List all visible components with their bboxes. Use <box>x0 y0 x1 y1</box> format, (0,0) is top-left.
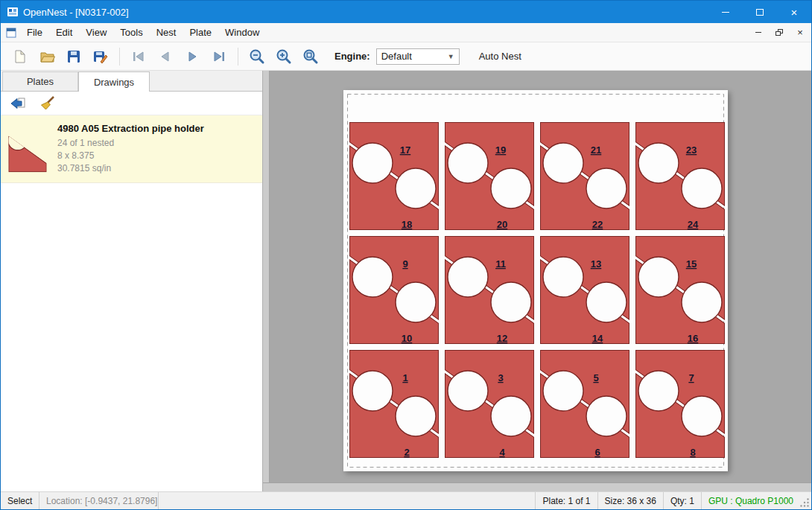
auto-nest-button[interactable]: Auto Nest <box>475 48 526 65</box>
part-number[interactable]: 20 <box>497 219 507 230</box>
toolbar-separator <box>119 48 120 66</box>
part-notch <box>638 143 679 183</box>
open-button[interactable] <box>34 45 60 68</box>
window-title: OpenNest - [N0317-002] <box>23 7 129 18</box>
new-button[interactable] <box>7 45 34 68</box>
mdi-minimize-button[interactable] <box>749 25 768 41</box>
save-button[interactable] <box>60 45 87 68</box>
part-notch <box>448 371 488 411</box>
minimize-button[interactable] <box>708 1 743 23</box>
mdi-close-icon: × <box>797 28 803 37</box>
import-drawing-button[interactable] <box>7 94 29 113</box>
part-number[interactable]: 9 <box>402 258 407 270</box>
part-notch <box>586 168 627 208</box>
horizontal-scrollbar[interactable] <box>263 482 811 491</box>
mdi-restore-icon <box>775 29 783 36</box>
part-number[interactable]: 1 <box>402 372 407 383</box>
plate-drawing: 171819202122232491011121314151612345678 <box>343 90 728 471</box>
drawing-title: 4980 A05 Extraction pipe holder <box>57 123 204 134</box>
drawing-size: 8 x 8.375 <box>57 150 204 162</box>
zoom-out-icon <box>249 48 265 65</box>
part-number[interactable]: 5 <box>593 372 598 383</box>
part-notch <box>352 371 393 411</box>
part-number[interactable]: 11 <box>495 258 506 270</box>
part-notch <box>396 168 436 208</box>
part-notch <box>491 396 531 436</box>
part-number[interactable]: 2 <box>404 447 409 458</box>
part-number[interactable]: 18 <box>402 219 412 230</box>
part-number[interactable]: 7 <box>688 372 694 383</box>
new-file-icon <box>13 49 28 64</box>
maximize-icon <box>756 9 764 16</box>
part-notch <box>543 371 583 411</box>
tab-strip: Plates Drawings <box>1 71 262 91</box>
part-number[interactable]: 10 <box>402 333 412 344</box>
previous-arrow-icon <box>158 49 173 64</box>
part-notch <box>491 168 531 208</box>
part-number[interactable]: 13 <box>591 258 601 270</box>
part-number[interactable]: 23 <box>686 144 697 156</box>
tab-plates[interactable]: Plates <box>2 71 78 91</box>
zoom-in-button[interactable] <box>270 45 297 68</box>
mdi-restore-button[interactable] <box>770 25 789 41</box>
menu-item-edit[interactable]: Edit <box>49 24 79 41</box>
close-button[interactable]: × <box>777 1 811 23</box>
menu-item-nest[interactable]: Nest <box>150 24 183 41</box>
drawings-toolbar <box>1 92 262 115</box>
part-number[interactable]: 3 <box>498 372 503 383</box>
next-plate-button[interactable] <box>179 45 206 68</box>
maximize-button[interactable] <box>743 1 777 23</box>
part-number[interactable]: 4 <box>499 447 505 458</box>
mdi-minimize-icon <box>755 32 761 33</box>
part-notch <box>543 257 583 297</box>
part-number[interactable]: 12 <box>497 333 507 344</box>
menu-item-view[interactable]: View <box>79 24 113 41</box>
part-notch <box>396 396 436 436</box>
zoom-out-button[interactable] <box>244 45 270 68</box>
tab-drawings[interactable]: Drawings <box>78 71 150 92</box>
part-number[interactable]: 8 <box>690 447 695 458</box>
menu-item-tools[interactable]: Tools <box>113 24 149 41</box>
resize-grip[interactable] <box>800 492 811 509</box>
engine-select[interactable]: Default ▼ <box>376 48 460 65</box>
zoom-fit-icon <box>302 48 319 65</box>
menu-item-plate[interactable]: Plate <box>183 24 218 41</box>
part-number[interactable]: 17 <box>400 144 410 156</box>
part-number[interactable]: 15 <box>686 258 697 270</box>
close-icon: × <box>791 7 798 18</box>
drawings-page: 4980 A05 Extraction pipe holder 24 of 1 … <box>1 91 262 491</box>
tab-drawings-label: Drawings <box>94 77 134 88</box>
part-number[interactable]: 21 <box>591 144 601 156</box>
part-number[interactable]: 19 <box>495 144 506 156</box>
first-plate-button[interactable] <box>125 45 152 68</box>
mdi-close-button[interactable]: × <box>790 25 810 41</box>
part-number[interactable]: 22 <box>592 219 603 230</box>
drawing-list-item[interactable]: 4980 A05 Extraction pipe holder 24 of 1 … <box>1 115 262 183</box>
cleanup-button[interactable] <box>37 94 59 113</box>
previous-plate-button[interactable] <box>152 45 179 68</box>
toolbar-separator <box>238 48 238 66</box>
first-arrow-icon <box>131 49 146 64</box>
part-number[interactable]: 14 <box>592 333 603 344</box>
vertical-scrollbar[interactable] <box>263 71 270 482</box>
part-notch <box>586 396 627 436</box>
nest-canvas[interactable]: 171819202122232491011121314151612345678 <box>263 71 811 491</box>
last-arrow-icon <box>212 49 226 64</box>
part-number[interactable]: 24 <box>688 219 699 230</box>
drawing-list: 4980 A05 Extraction pipe holder 24 of 1 … <box>1 115 262 491</box>
last-plate-button[interactable] <box>206 45 232 68</box>
status-location: Location: [-0.9437, 21.8796] <box>39 492 159 509</box>
part-notch <box>682 168 722 208</box>
back-arrow-icon <box>10 96 26 111</box>
menu-item-file[interactable]: File <box>20 24 49 41</box>
menu-item-window[interactable]: Window <box>218 24 266 41</box>
zoom-fit-button[interactable] <box>297 45 324 68</box>
part-number[interactable]: 6 <box>594 447 600 458</box>
part-number[interactable]: 16 <box>688 333 698 344</box>
status-size: Size: 36 x 36 <box>597 492 663 509</box>
plate-sheet[interactable]: 171819202122232491011121314151612345678 <box>343 90 728 471</box>
status-plate: Plate: 1 of 1 <box>535 492 597 509</box>
save-edit-button[interactable] <box>87 45 114 68</box>
status-mode: Select <box>1 492 39 509</box>
status-bar: Select Location: [-0.9437, 21.8796] Plat… <box>1 491 811 509</box>
